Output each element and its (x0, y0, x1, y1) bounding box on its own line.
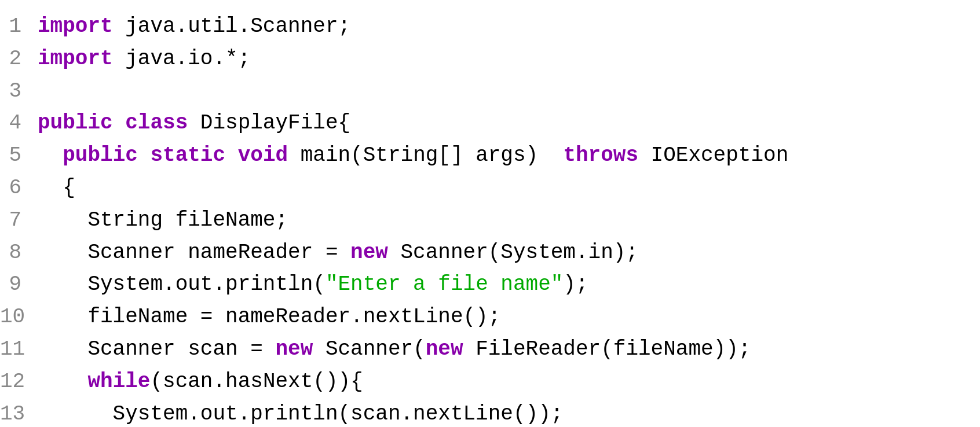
code-token: java.util.Scanner; (113, 14, 350, 38)
code-line: 1import java.util.Scanner; (0, 10, 980, 43)
code-token: new (426, 337, 463, 361)
code-token: new (350, 241, 388, 264)
code-token: ); (563, 273, 588, 296)
code-editor: 1import java.util.Scanner;2import java.i… (0, 6, 980, 427)
line-content: { (32, 172, 980, 204)
code-line: 2import java.io.*; (0, 43, 980, 75)
line-content: String fileName; (32, 204, 980, 237)
code-token: System.out.println( (38, 273, 326, 296)
line-number: 4 (0, 107, 32, 139)
line-content: import java.util.Scanner; (32, 10, 980, 43)
code-token: Scanner nameReader = (38, 241, 350, 264)
code-line: 8 Scanner nameReader = new Scanner(Syste… (0, 237, 980, 269)
line-content: while(scan.hasNext()){ (32, 366, 980, 398)
code-line: 13 System.out.println(scan.nextLine()); (0, 398, 980, 427)
code-token: Scanner(System.in); (388, 241, 638, 264)
code-token: public static void (63, 143, 288, 167)
code-token: fileName = nameReader.nextLine(); (38, 305, 500, 329)
line-number: 5 (0, 139, 32, 172)
line-number: 7 (0, 204, 32, 237)
line-number: 8 (0, 237, 32, 269)
code-line: 9 System.out.println("Enter a file name"… (0, 268, 980, 301)
code-token: DisplayFile{ (188, 111, 350, 135)
code-line: 7 String fileName; (0, 204, 980, 237)
line-content: Scanner nameReader = new Scanner(System.… (32, 237, 980, 269)
code-token: (scan.hasNext()){ (150, 370, 363, 393)
line-content: public static void main(String[] args) t… (32, 139, 980, 172)
line-content: public class DisplayFile{ (32, 107, 980, 139)
code-token: while (87, 370, 150, 393)
code-line: 12 while(scan.hasNext()){ (0, 366, 980, 398)
code-token: import (38, 14, 113, 38)
code-token: java.io.*; (113, 47, 251, 71)
line-number: 12 (0, 366, 32, 398)
code-line: 6 { (0, 172, 980, 204)
code-token: String fileName; (38, 208, 288, 232)
code-token (38, 143, 63, 167)
code-token: import (38, 47, 113, 71)
code-token: IOException (638, 143, 788, 167)
code-token: main(String[] args) (288, 143, 563, 167)
line-number: 13 (0, 398, 32, 427)
code-token (38, 370, 87, 393)
code-token: System.out.println(scan.nextLine()); (38, 402, 563, 426)
code-token: "Enter a file name" (326, 273, 563, 296)
line-number: 2 (0, 43, 32, 75)
code-token: new (275, 337, 313, 361)
code-line: 4public class DisplayFile{ (0, 107, 980, 139)
line-number: 10 (0, 301, 32, 333)
line-content: import java.io.*; (32, 43, 980, 75)
code-token: FileReader(fileName)); (463, 337, 751, 361)
code-token: Scanner scan = (38, 337, 275, 361)
line-content: Scanner scan = new Scanner(new FileReade… (32, 333, 980, 366)
code-token: Scanner( (313, 337, 425, 361)
line-content: fileName = nameReader.nextLine(); (32, 301, 980, 333)
line-content: System.out.println(scan.nextLine()); (32, 398, 980, 427)
line-content: System.out.println("Enter a file name"); (32, 268, 980, 301)
code-line: 11 Scanner scan = new Scanner(new FileRe… (0, 333, 980, 366)
line-number: 1 (0, 10, 32, 43)
code-line: 5 public static void main(String[] args)… (0, 139, 980, 172)
code-token: public class (38, 111, 188, 135)
code-token: throws (563, 143, 638, 167)
line-number: 3 (0, 75, 32, 108)
line-number: 11 (0, 333, 32, 366)
code-line: 10 fileName = nameReader.nextLine(); (0, 301, 980, 333)
code-token: { (38, 176, 75, 200)
code-line: 3 (0, 75, 980, 108)
line-number: 9 (0, 268, 32, 301)
line-number: 6 (0, 172, 32, 204)
